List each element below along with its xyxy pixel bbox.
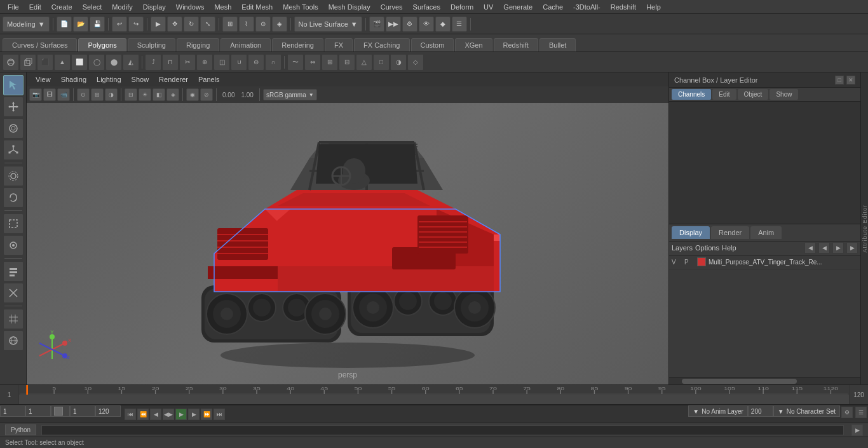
playback-end-field[interactable]: 200 — [748, 405, 773, 417]
vp-xray-btn[interactable]: ◈ — [166, 88, 179, 101]
tab-redshift[interactable]: Redshift — [494, 38, 538, 51]
tab-fx-caching[interactable]: FX Caching — [354, 38, 409, 51]
prism-icon-btn[interactable]: ◭ — [123, 54, 139, 71]
layer-back-btn[interactable]: ◀ — [818, 242, 830, 254]
select-tool-btn[interactable]: ▶ — [151, 17, 166, 32]
bevel-btn[interactable]: ◫ — [214, 54, 230, 71]
show-tab[interactable]: Show — [770, 89, 798, 100]
anim-end-field[interactable]: 120 — [95, 405, 121, 417]
menu-windows[interactable]: Windows — [171, 2, 210, 12]
colorspace-dropdown[interactable]: sRGB gamma ▼ — [263, 89, 317, 100]
live-surface-dropdown[interactable]: No Live Surface ▼ — [294, 17, 362, 32]
menu-uv[interactable]: UV — [478, 2, 498, 12]
combine-btn[interactable]: ⊞ — [322, 54, 338, 71]
vp-wireframe-btn[interactable]: ⊞ — [91, 88, 104, 101]
vp-select-type-btn[interactable]: ⊙ — [77, 88, 90, 101]
scroll-thumb[interactable] — [682, 379, 797, 384]
undo-btn[interactable]: ↩ — [112, 17, 127, 32]
smooth-btn[interactable]: 〜 — [287, 54, 304, 71]
render-seq-btn[interactable]: ▶▶ — [386, 17, 401, 32]
multi-cut-left-tool[interactable] — [3, 283, 24, 303]
edit-tab[interactable]: Edit — [712, 89, 736, 100]
layer-v-toggle[interactable]: V — [672, 259, 682, 266]
tab-fx[interactable]: FX — [325, 38, 353, 51]
menu-edit-mesh[interactable]: Edit Mesh — [236, 2, 278, 12]
help-label[interactable]: Help — [722, 244, 736, 252]
quadrangulate-btn[interactable]: □ — [373, 54, 390, 71]
workspace-selector[interactable]: Modeling ▼ — [3, 17, 50, 32]
sub-field[interactable]: 1 — [70, 405, 95, 417]
reduce-btn[interactable]: ◇ — [407, 54, 424, 71]
menu-surfaces[interactable]: Surfaces — [408, 2, 445, 12]
tab-rendering[interactable]: Rendering — [272, 38, 323, 51]
vp-isolate-btn[interactable]: ◉ — [186, 88, 199, 101]
options-label[interactable]: Options — [695, 244, 719, 252]
triangulate-btn[interactable]: △ — [356, 54, 372, 71]
menu-mesh-tools[interactable]: Mesh Tools — [278, 2, 323, 12]
snap-grid-btn[interactable]: ⊞ — [222, 17, 238, 32]
save-file-btn[interactable]: 💾 — [90, 17, 105, 32]
hypershade-btn[interactable]: ◆ — [435, 17, 451, 32]
torus-icon-btn[interactable]: ◯ — [88, 54, 105, 71]
render-settings-btn[interactable]: ⚙ — [402, 17, 417, 32]
playback-slider-left[interactable] — [51, 405, 70, 417]
select-tool[interactable] — [3, 75, 24, 95]
vp-menu-panels[interactable]: Panels — [194, 74, 224, 85]
layer-row[interactable]: V P Multi_Purpose_ATV_Tinger_Track_Re... — [669, 255, 860, 269]
python-run-btn[interactable]: ▶ — [851, 424, 863, 436]
separate-btn[interactable]: ⊟ — [339, 54, 355, 71]
play-fwd-btn[interactable]: ▶ — [175, 409, 187, 420]
menu-deform[interactable]: Deform — [445, 2, 478, 12]
step-back-btn[interactable]: ⏪ — [137, 409, 149, 420]
go-end-btn[interactable]: ⏭ — [214, 409, 225, 420]
menu-help[interactable]: Help — [641, 2, 666, 12]
channels-tab[interactable]: Channels — [672, 89, 711, 100]
mirror-btn[interactable]: ⇔ — [304, 54, 321, 71]
sphere-icon-btn[interactable] — [3, 54, 19, 71]
menu-mesh-display[interactable]: Mesh Display — [323, 2, 376, 12]
tab-polygons[interactable]: Polygons — [78, 38, 126, 51]
move-tool[interactable] — [3, 97, 24, 117]
cylinder-icon-btn[interactable]: ⬛ — [37, 54, 53, 71]
paint-select-tool[interactable] — [3, 235, 24, 255]
cube-icon-btn[interactable] — [20, 54, 36, 71]
lasso-tool[interactable] — [3, 187, 24, 208]
menu-curves[interactable]: Curves — [376, 2, 408, 12]
next-key-btn[interactable]: ▶ — [188, 409, 200, 420]
plane-icon-btn[interactable]: ⬜ — [71, 54, 88, 71]
connect-btn[interactable]: ⊕ — [196, 54, 213, 71]
panel-float-btn[interactable]: □ — [835, 76, 844, 85]
vp-shadow-btn[interactable]: ◧ — [153, 88, 165, 101]
layer-fwd-btn[interactable]: ▶ — [832, 242, 844, 254]
rotate-tool-btn[interactable]: ↻ — [184, 17, 199, 32]
play-back-btn[interactable]: ◀▶ — [163, 409, 174, 420]
anim-tab[interactable]: Anim — [750, 226, 782, 239]
fill-hole-btn[interactable]: ◑ — [390, 54, 407, 71]
python-label[interactable]: Python — [5, 424, 36, 435]
tab-rigging[interactable]: Rigging — [177, 38, 219, 51]
display-tab[interactable]: Display — [672, 226, 710, 239]
3d-viewport[interactable]: View Shading Lighting Show Renderer Pane… — [27, 72, 668, 384]
vp-camera-btn[interactable]: 📷 — [29, 88, 42, 101]
render-tab[interactable]: Render — [711, 226, 749, 239]
vp-grid-btn[interactable]: ⊟ — [125, 88, 137, 101]
render-extra-btn[interactable]: ☰ — [452, 17, 467, 32]
vp-menu-shading[interactable]: Shading — [57, 74, 90, 85]
layer-p-toggle[interactable]: P — [684, 259, 695, 266]
snap-to-grid-tool[interactable] — [3, 309, 24, 329]
scale-tool-btn[interactable]: ⤡ — [200, 17, 215, 32]
panel-close-btn[interactable]: ✕ — [846, 76, 855, 85]
char-set-dropdown[interactable]: ▼ No Character Set — [773, 405, 840, 417]
menu-cache[interactable]: Cache — [538, 2, 568, 12]
tab-animation[interactable]: Animation — [220, 38, 271, 51]
extrude-btn[interactable]: ⤴ — [145, 54, 161, 71]
tab-curves-surfaces[interactable]: Curves / Surfaces — [3, 38, 77, 51]
bridge-btn[interactable]: ⊓ — [162, 54, 179, 71]
tab-xgen[interactable]: XGen — [455, 38, 492, 51]
settings-extra-btn[interactable]: ⚙ — [841, 407, 853, 418]
cone-icon-btn[interactable]: ▲ — [54, 54, 71, 71]
menu-file[interactable]: File — [3, 2, 24, 12]
attribute-editor-tab[interactable]: Attribute Editor — [860, 72, 868, 384]
snap-point-btn[interactable]: ⊙ — [255, 17, 271, 32]
tab-sculpting[interactable]: Sculpting — [128, 38, 175, 51]
